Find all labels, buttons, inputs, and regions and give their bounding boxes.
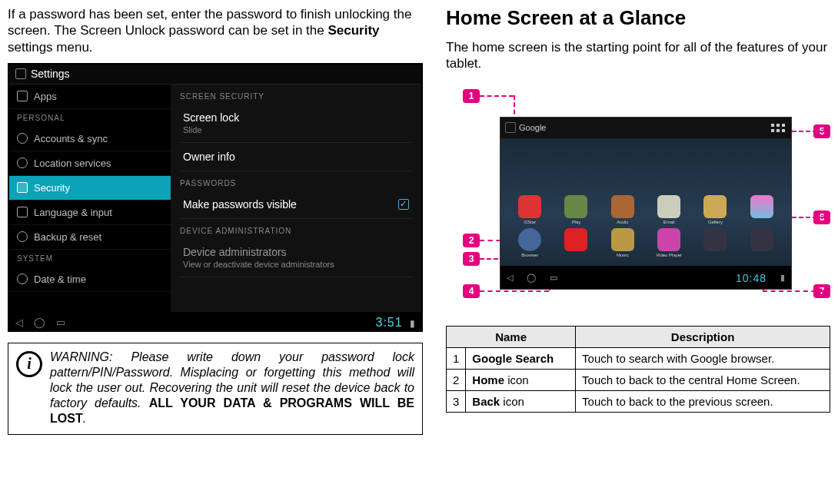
apps-icon [17, 91, 28, 101]
clock-icon [17, 274, 28, 284]
callout-3: 3 [463, 252, 480, 266]
table-header-row: Name Description [447, 326, 830, 347]
callout-1: 1 [463, 89, 480, 103]
tablet-screenshot: Google GStar Play Audio Email Gallery Br… [500, 117, 792, 290]
section-intro: The home screen is the starting point fo… [446, 39, 830, 72]
row-num: 1 [447, 347, 466, 369]
description-table: Name Description 1 Google Search Touch t… [446, 326, 830, 413]
item-make-visible[interactable]: Make passwords visible [180, 191, 412, 219]
nav-back-icon[interactable]: ◁ [15, 317, 23, 328]
table-row: 2 Home icon Touch to back to the central… [447, 369, 830, 390]
location-icon [17, 158, 28, 168]
settings-navbar: ◁ ◯ ▭ 3:51 ▮ [9, 312, 421, 332]
app-icon[interactable]: Music [608, 228, 637, 258]
callout-4: 4 [463, 284, 480, 298]
nav-home-icon[interactable]: ◯ [34, 317, 45, 328]
settings-body: Apps PERSONAL Accounts & sync Location s… [9, 85, 421, 312]
backup-icon [17, 231, 28, 242]
cat-device-admin: DEVICE ADMINISTRATION [180, 219, 412, 238]
sync-icon [17, 133, 28, 144]
unlock-intro: If a password has been set, enter the pa… [8, 6, 423, 55]
settings-detail: SCREEN SECURITY Screen lockSlide Owner i… [171, 85, 421, 312]
app-row: GStar Play Audio Email Gallery [507, 195, 785, 225]
leader [480, 290, 549, 292]
apps-grid-icon[interactable] [771, 120, 786, 135]
status-clock: 3:51 [376, 316, 403, 329]
settings-title: Settings [31, 68, 70, 80]
app-icon[interactable]: Email [654, 195, 683, 225]
settings-screenshot: Settings Apps PERSONAL Accounts & sync L… [8, 63, 423, 332]
col-name: Name [447, 326, 576, 347]
row-name: Home icon [466, 369, 576, 390]
nav-recent-icon[interactable]: ▭ [56, 317, 65, 328]
settings-menu: Apps PERSONAL Accounts & sync Location s… [9, 85, 171, 312]
row-desc: Touch to back to the central Home Screen… [576, 369, 830, 390]
callout-2: 2 [463, 234, 480, 247]
cat-passwords: PASSWORDS [180, 171, 412, 191]
warning-box: i WARNING: Please write down your passwo… [8, 343, 423, 435]
settings-header: Settings [9, 65, 421, 85]
leader [792, 131, 824, 132]
info-icon: i [16, 351, 42, 377]
tablet-home-area[interactable]: GStar Play Audio Email Gallery Browser M… [500, 139, 791, 266]
app-icon[interactable]: Play [561, 195, 590, 225]
item-device-admin[interactable]: Device administratorsView or deactivate … [180, 238, 412, 277]
leader [763, 290, 824, 292]
app-icon[interactable]: GStar [515, 195, 544, 225]
menu-accounts[interactable]: Accounts & sync [9, 127, 171, 151]
leader [480, 95, 514, 97]
app-icon[interactable]: Browser [515, 228, 544, 258]
app-icon[interactable]: Gallery [700, 195, 730, 225]
google-icon[interactable] [505, 122, 516, 133]
menu-backup[interactable]: Backup & reset [9, 225, 171, 250]
tablet-navbar: ◁ ◯ ▭ 10:48 ▮ [500, 266, 791, 290]
nav-back-icon[interactable]: ◁ [507, 273, 513, 283]
menu-language[interactable]: Language & input [9, 201, 171, 225]
menu-location[interactable]: Location services [9, 151, 171, 176]
menu-apps[interactable]: Apps [9, 85, 171, 109]
row-name: Google Search [466, 347, 576, 369]
warning-text: WARNING: Please write down your password… [50, 350, 414, 426]
checkbox-icon[interactable] [398, 199, 409, 210]
home-diagram: 1 2 3 4 5 6 7 Google [446, 88, 830, 310]
leader [792, 217, 824, 218]
menu-security[interactable]: Security [9, 176, 171, 201]
menu-date[interactable]: Date & time [9, 267, 171, 292]
cat-system: SYSTEM [9, 250, 171, 267]
row-name: Back icon [466, 390, 576, 412]
app-icon[interactable] [747, 228, 776, 258]
language-icon [17, 207, 28, 217]
tablet-topbar: Google [500, 118, 791, 139]
row-desc: Touch to back to the previous screen. [576, 390, 830, 412]
app-icon[interactable]: Video Player [654, 228, 683, 258]
cat-personal: PERSONAL [9, 109, 171, 127]
app-icon[interactable] [561, 228, 590, 258]
item-screen-lock[interactable]: Screen lockSlide [180, 104, 412, 143]
right-column: Home Screen at a Glance The home screen … [446, 6, 830, 498]
nav-recent-icon[interactable]: ▭ [550, 273, 557, 283]
left-column: If a password has been set, enter the pa… [8, 6, 423, 498]
status-clock: 10:48 [736, 272, 767, 284]
row-num: 3 [447, 390, 466, 412]
col-desc: Description [576, 326, 830, 347]
app-icon[interactable] [747, 195, 776, 225]
app-icon[interactable]: Audio [608, 195, 637, 225]
row-desc: Touch to search with Google browser. [576, 347, 830, 369]
app-row: Browser Music Video Player [507, 228, 785, 258]
row-num: 2 [447, 369, 466, 390]
table-row: 1 Google Search Touch to search with Goo… [447, 347, 830, 369]
item-owner-info[interactable]: Owner info [180, 143, 412, 171]
settings-icon [15, 68, 26, 79]
app-icon[interactable] [700, 228, 730, 258]
intro-bold: Security [328, 23, 379, 38]
cat-screen-security: SCREEN SECURITY [180, 85, 412, 104]
lock-icon [17, 182, 28, 193]
google-label[interactable]: Google [519, 123, 546, 132]
table-row: 3 Back icon Touch to back to the previou… [447, 390, 830, 412]
battery-icon: ▮ [780, 273, 785, 283]
battery-icon: ▮ [410, 318, 415, 329]
intro-after: settings menu. [8, 40, 93, 55]
section-title: Home Screen at a Glance [446, 6, 830, 30]
nav-home-icon[interactable]: ◯ [527, 273, 536, 283]
